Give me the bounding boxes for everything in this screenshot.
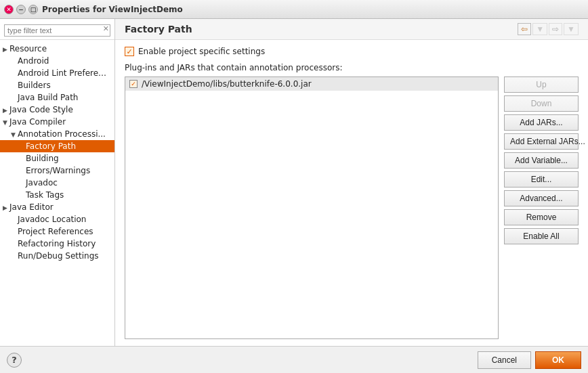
tree-container: ▶ResourceAndroidAndroid Lint Preferen...… [0,43,114,262]
sidebar-item-label-javadoc-location: Javadoc Location [18,215,86,224]
sidebar-item-errors-warnings[interactable]: Errors/Warnings [0,164,114,177]
sidebar-item-label-javadoc: Javadoc [26,178,58,188]
minimize-button[interactable]: − [16,5,26,14]
sidebar-item-builders[interactable]: Builders [0,79,114,91]
add-external-jars-button[interactable]: Add External JARs... [504,133,579,150]
down-button[interactable]: Down [504,95,579,112]
sidebar-item-android-lint[interactable]: Android Lint Preferen... [0,67,114,79]
sidebar-item-label-android: Android [18,56,49,66]
title-bar: ✕ − □ Properties for ViewInjectDemo [0,0,588,19]
tree-arrow-java-compiler: ▼ [3,119,9,126]
bottom-right: Cancel OK [478,351,581,369]
content-area: ✕ ▶ResourceAndroidAndroid Lint Preferen.… [0,19,588,346]
sidebar-item-label-java-build-path: Java Build Path [18,93,78,102]
sidebar-item-label-refactoring-history: Refactoring History [18,239,96,248]
filter-clear-icon[interactable]: ✕ [103,24,109,33]
right-panel: Factory Path ⇦ ▼ ⇨ ▼ Enable project spec… [115,19,588,346]
side-buttons: Up Down Add JARs... Add External JARs...… [504,76,579,339]
sidebar-item-label-annotation-processing: Annotation Processi... [18,129,106,139]
cancel-button[interactable]: Cancel [478,351,531,369]
sidebar-item-refactoring-history[interactable]: Refactoring History [0,238,114,250]
sidebar-item-java-compiler[interactable]: ▼Java Compiler [0,116,114,128]
sidebar-item-label-factory-path: Factory Path [26,141,76,151]
sidebar-item-java-code-style[interactable]: ▶Java Code Style [0,104,114,116]
filter-box: ✕ [0,22,114,40]
sidebar: ✕ ▶ResourceAndroidAndroid Lint Preferen.… [0,19,115,346]
nav-forward-dropdown[interactable]: ▼ [564,23,579,35]
panel-content: Enable project specific settings Plug-in… [115,40,588,346]
tree-arrow-java-editor: ▶ [3,204,9,211]
up-button[interactable]: Up [504,76,579,93]
filter-input[interactable] [4,24,110,37]
list-buttons-row: /ViewInjectDemo/libs/butterknife-6.0.0.j… [125,76,579,339]
panel-header-row: Factory Path ⇦ ▼ ⇨ ▼ [115,19,588,40]
jar-checkbox[interactable] [129,80,138,88]
sidebar-item-label-java-compiler: Java Compiler [9,117,66,127]
help-button[interactable]: ? [7,353,22,368]
sidebar-item-java-build-path[interactable]: Java Build Path [0,91,114,104]
add-variable-button[interactable]: Add Variable... [504,152,579,169]
edit-button[interactable]: Edit... [504,171,579,188]
header-nav: ⇦ ▼ ⇨ ▼ [518,23,579,35]
remove-button[interactable]: Remove [504,209,579,225]
sidebar-item-label-task-tags: Task Tags [26,190,64,200]
nav-back-dropdown[interactable]: ▼ [532,23,547,35]
sidebar-item-building[interactable]: Building [0,152,114,164]
ok-button[interactable]: OK [535,351,581,369]
tree-arrow-annotation-processing: ▼ [11,131,18,138]
nav-back-button[interactable]: ⇦ [518,23,531,35]
enable-all-button[interactable]: Enable All [504,228,579,244]
sidebar-item-label-java-editor: Java Editor [9,202,54,212]
plug-label: Plug-ins and JARs that contain annotatio… [125,63,579,72]
sidebar-item-label-errors-warnings: Errors/Warnings [26,166,90,175]
sidebar-item-label-android-lint: Android Lint Preferen... [18,68,111,78]
sidebar-item-javadoc-location[interactable]: Javadoc Location [0,213,114,225]
window-title: Properties for ViewInjectDemo [42,5,183,14]
add-jars-button[interactable]: Add JARs... [504,114,579,131]
maximize-button[interactable]: □ [28,5,38,14]
sidebar-item-annotation-processing[interactable]: ▼Annotation Processi... [0,128,114,140]
sidebar-item-resource[interactable]: ▶Resource [0,43,114,55]
jar-item[interactable]: /ViewInjectDemo/libs/butterknife-6.0.0.j… [125,77,498,91]
advanced-button[interactable]: Advanced... [504,190,579,206]
enable-checkbox-row[interactable]: Enable project specific settings [125,47,579,56]
sidebar-item-label-project-references: Project References [18,227,93,236]
nav-forward-button[interactable]: ⇨ [549,23,562,35]
sidebar-item-run-debug[interactable]: Run/Debug Settings [0,250,114,262]
close-button[interactable]: ✕ [4,5,14,14]
bottom-bar: ? Cancel OK [0,346,588,373]
enable-label: Enable project specific settings [138,47,265,56]
sidebar-item-task-tags[interactable]: Task Tags [0,189,114,201]
sidebar-item-javadoc[interactable]: Javadoc [0,177,114,189]
sidebar-item-label-building: Building [26,154,59,163]
jar-text: /ViewInjectDemo/libs/butterknife-6.0.0.j… [142,79,312,89]
sidebar-item-label-java-code-style: Java Code Style [9,105,73,114]
main-container: ✕ ▶ResourceAndroidAndroid Lint Preferen.… [0,19,588,373]
sidebar-item-label-resource: Resource [9,44,47,53]
sidebar-item-label-run-debug: Run/Debug Settings [18,251,99,261]
sidebar-item-java-editor[interactable]: ▶Java Editor [0,201,114,213]
tree-arrow-java-code-style: ▶ [3,107,9,114]
panel-title: Factory Path [125,24,192,35]
enable-checkbox[interactable] [125,47,134,56]
sidebar-item-factory-path[interactable]: Factory Path [0,140,114,152]
sidebar-item-android[interactable]: Android [0,55,114,67]
jar-list[interactable]: /ViewInjectDemo/libs/butterknife-6.0.0.j… [125,76,499,339]
sidebar-item-label-builders: Builders [18,81,51,90]
tree-arrow-resource: ▶ [3,46,9,53]
window-controls[interactable]: ✕ − □ [4,5,38,14]
sidebar-item-project-references[interactable]: Project References [0,225,114,238]
